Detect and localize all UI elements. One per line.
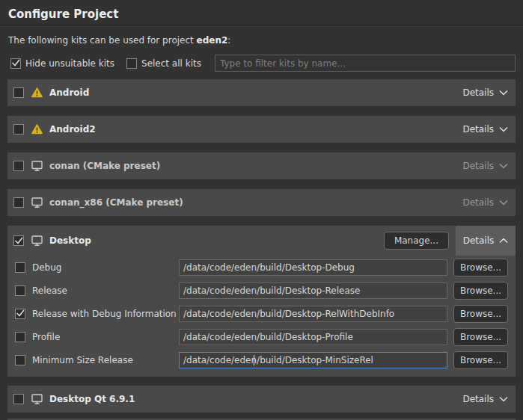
kit-filter-input[interactable] — [215, 55, 516, 72]
page-title: Configure Project — [7, 0, 516, 25]
kits-subtitle: The following kits can be used for proje… — [7, 35, 516, 46]
config-label: Minimum Size Release — [32, 355, 179, 365]
build-path-input[interactable] — [179, 352, 447, 368]
hide-unsuitable-checkbox[interactable] — [10, 58, 21, 69]
hide-unsuitable-label[interactable]: Hide unsuitable kits — [25, 58, 114, 69]
config-label: Debug — [32, 262, 179, 273]
monitor-icon — [31, 235, 43, 246]
monitor-icon — [31, 394, 43, 404]
details-label: Details — [462, 197, 494, 208]
config-checkbox[interactable] — [15, 309, 25, 319]
path-field-wrap — [179, 329, 447, 345]
details-button[interactable]: Details — [456, 226, 516, 256]
details-button[interactable]: Details — [462, 394, 508, 404]
path-field-wrap — [179, 352, 447, 368]
kit-row-conan-x86: conan_x86 (CMake preset) Details — [7, 189, 516, 216]
path-field-wrap — [179, 306, 447, 322]
chevron-down-icon — [499, 90, 508, 96]
chevron-down-icon — [499, 396, 508, 402]
config-checkbox[interactable] — [15, 262, 25, 273]
kit-name: conan (CMake preset) — [49, 161, 160, 171]
config-checkbox[interactable] — [15, 285, 25, 296]
path-field-wrap — [179, 259, 447, 276]
details-button[interactable]: Details — [462, 124, 508, 135]
subtitle-colon: : — [227, 35, 230, 46]
browse-button[interactable]: Browse... — [453, 259, 508, 277]
details-label: Details — [462, 124, 494, 135]
config-row-relwithdebinfo: Release with Debug Information Browse... — [7, 302, 516, 325]
kit-name: Android — [49, 87, 89, 98]
config-row-profile: Profile Browse... — [7, 325, 516, 348]
browse-button[interactable]: Browse... — [453, 282, 508, 300]
project-name: eden2 — [197, 35, 228, 46]
config-row-release: Release Browse... — [7, 279, 516, 302]
config-label: Release with Debug Information — [32, 309, 179, 319]
select-all-kits-label[interactable]: Select all kits — [141, 58, 201, 69]
details-button: Details — [462, 161, 508, 171]
browse-button[interactable]: Browse... — [453, 351, 508, 369]
config-label: Release — [32, 285, 179, 296]
configure-project-page: Configure Project The following kits can… — [0, 0, 523, 413]
build-path-input[interactable] — [179, 306, 447, 322]
details-button[interactable]: Details — [462, 87, 508, 98]
browse-button[interactable]: Browse... — [453, 328, 508, 346]
browse-button[interactable]: Browse... — [453, 305, 508, 323]
build-path-input[interactable] — [179, 259, 447, 276]
kit-row-android: Android Details — [7, 79, 516, 106]
kit-row-conan: conan (CMake preset) Details — [7, 152, 516, 179]
details-button: Details — [462, 197, 508, 208]
kit-name: Desktop — [49, 235, 91, 246]
text-caret — [254, 355, 254, 365]
monitor-icon — [31, 197, 43, 208]
chevron-down-icon — [499, 200, 508, 206]
config-row-debug: Debug Browse... — [7, 256, 516, 279]
chevron-down-icon — [499, 126, 508, 132]
build-path-input[interactable] — [179, 329, 447, 345]
kit-row-desktop: Desktop Manage... Details — [7, 226, 516, 256]
kit-list: Android Details Android2 Details c — [7, 79, 516, 413]
kit-name: Android2 — [49, 124, 96, 135]
details-label: Details — [462, 394, 494, 404]
kit-checkbox[interactable] — [13, 394, 24, 404]
checkmark-icon — [11, 58, 20, 68]
select-all-kits-checkbox[interactable] — [126, 58, 137, 69]
warning-icon — [31, 87, 43, 98]
details-label: Details — [463, 235, 495, 246]
warning-icon — [31, 124, 43, 135]
config-row-minsizerel: Minimum Size Release Browse... — [7, 348, 516, 371]
kit-panel-desktop: Desktop Manage... Details Debug Browse..… — [7, 226, 516, 377]
details-label: Details — [462, 87, 494, 98]
config-checkbox[interactable] — [15, 332, 25, 342]
kit-checkbox[interactable] — [13, 161, 24, 171]
monitor-icon — [31, 161, 43, 171]
kit-checkbox[interactable] — [13, 87, 24, 98]
filter-row: Hide unsuitable kits Select all kits — [7, 55, 516, 72]
checkmark-icon — [16, 309, 25, 318]
kit-checkbox[interactable] — [13, 124, 24, 135]
kit-checkbox[interactable] — [13, 235, 24, 246]
kit-checkbox[interactable] — [13, 197, 24, 208]
path-field-wrap — [179, 282, 447, 299]
subtitle-text: The following kits can be used for proje… — [8, 35, 197, 46]
kit-row-android2: Android2 Details — [7, 116, 516, 143]
kit-row-desktop-qt-691: Desktop Qt 6.9.1 Details — [7, 386, 516, 413]
kit-name: Desktop Qt 6.9.1 — [49, 394, 135, 404]
chevron-down-icon — [499, 163, 508, 169]
title-separator — [0, 25, 523, 25]
details-label: Details — [462, 161, 494, 171]
chevron-up-icon — [499, 238, 508, 244]
kit-name: conan_x86 (CMake preset) — [49, 197, 183, 208]
config-checkbox[interactable] — [15, 355, 25, 365]
build-path-input[interactable] — [179, 282, 447, 299]
checkmark-icon — [14, 236, 23, 246]
manage-button[interactable]: Manage... — [384, 232, 449, 250]
config-label: Profile — [32, 332, 179, 342]
